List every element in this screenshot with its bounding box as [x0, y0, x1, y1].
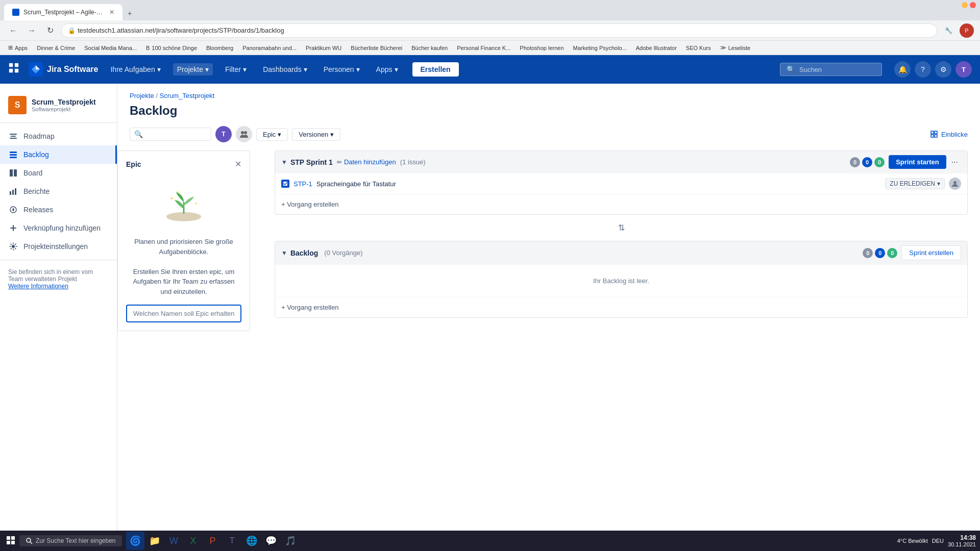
bookmark-panorama[interactable]: Panoramabahn und... [238, 44, 301, 52]
nav-search-box[interactable]: 🔍 Suchen [780, 63, 882, 76]
epic-close-button[interactable]: ✕ [235, 159, 241, 169]
create-button[interactable]: Erstellen [412, 62, 459, 77]
epic-filter-button[interactable]: Epic ▾ [256, 128, 288, 141]
grid-menu-button[interactable] [8, 62, 22, 77]
bookmark-buecherliste[interactable]: Bücherliste Bücherei [347, 44, 406, 52]
notifications-button[interactable]: 🔔 [894, 61, 911, 78]
sprint-edit-label[interactable]: Daten hinzufügen [344, 158, 396, 166]
sidebar-item-backlog[interactable]: Backlog [0, 145, 117, 164]
minimize-button[interactable] [962, 2, 968, 8]
issue-key[interactable]: STP-1 [293, 180, 312, 188]
bookmark-social[interactable]: Social Media Mana... [80, 44, 141, 52]
backlog-empty-state: Ihr Backlog ist leer. [275, 264, 967, 297]
nav-personen[interactable]: Personen ▾ [320, 63, 364, 76]
svg-rect-6 [11, 136, 16, 137]
nav-dashboards[interactable]: Dashboards ▾ [259, 63, 311, 76]
taskbar-search-box[interactable]: Zur Suche Text hier eingeben [19, 535, 122, 546]
bookmark-100[interactable]: B100 schöne Dinge [142, 44, 201, 52]
taskbar-app-7[interactable]: 💬 [262, 532, 280, 550]
tab-title: Scrum_Testprojekt – Agile-Boar... [23, 9, 105, 16]
nav-projekte[interactable]: Projekte ▾ [173, 63, 213, 76]
jira-nav: Jira Software Ihre Aufgaben ▾ Projekte ▾… [0, 55, 980, 84]
sprint-start-button[interactable]: Sprint starten [889, 155, 946, 169]
einblicke-button[interactable]: Einblicke [930, 130, 968, 138]
taskbar-app-word[interactable]: W [165, 532, 183, 550]
epic-name-input[interactable] [126, 305, 241, 322]
nav-filter[interactable]: Filter ▾ [221, 63, 251, 76]
nav-ihre-aufgaben[interactable]: Ihre Aufgaben ▾ [106, 63, 164, 76]
issue-assignee-avatar[interactable] [949, 178, 961, 190]
sidebar-item-berichte[interactable]: Berichte [0, 182, 117, 201]
profile-button[interactable]: P [960, 23, 974, 38]
svg-rect-12 [14, 169, 17, 177]
bookmark-praktikum[interactable]: Praktikum WU [302, 44, 346, 52]
sidebar-item-verknuepfung[interactable]: Verknüpfung hinzufügen [0, 219, 117, 237]
svg-text:✦: ✦ [170, 196, 174, 201]
sidebar-item-releases[interactable]: Releases [0, 201, 117, 219]
refresh-button[interactable]: ↻ [43, 23, 57, 38]
backlog-section-header[interactable]: ▼ Backlog (0 Vorgänge) 0 0 0 Sprint erst… [275, 241, 967, 264]
new-tab-button[interactable]: + [122, 6, 137, 20]
taskbar-app-teams[interactable]: T [223, 532, 241, 550]
sidebar-label-backlog: Backlog [23, 151, 49, 159]
bookmark-seo[interactable]: SEO Kurs [682, 44, 715, 52]
breadcrumb-project[interactable]: Scrum_Testprojekt [160, 92, 215, 99]
taskbar-app-8[interactable]: 🎵 [281, 532, 300, 550]
settings-button[interactable]: ⚙ [935, 61, 951, 78]
taskbar-search-label: Zur Suche Text hier eingeben [36, 537, 116, 544]
taskbar-start-button[interactable] [4, 534, 17, 548]
bookmark-buecher[interactable]: Bücher kaufen [407, 44, 452, 52]
backlog-search-input[interactable] [146, 131, 207, 138]
svg-rect-15 [15, 188, 16, 195]
help-button[interactable]: ? [915, 61, 931, 78]
tab-close-button[interactable]: ✕ [109, 9, 114, 16]
close-button[interactable] [970, 2, 976, 8]
team-avatar-filter[interactable] [236, 126, 252, 142]
taskbar-app-powerpoint[interactable]: P [204, 532, 222, 550]
bookmark-apps[interactable]: ⊞ Apps [4, 43, 32, 52]
sprint-badges: 0 0 0 [850, 157, 885, 167]
bookmark-bloomberg[interactable]: Bloomberg [202, 44, 237, 52]
sidebar-item-projekteinstellungen[interactable]: Projekteinstellungen [0, 237, 117, 256]
versionen-filter-button[interactable]: Versionen ▾ [292, 128, 340, 141]
bookmark-dinner[interactable]: Dinner & Crime [33, 44, 79, 52]
user-avatar-nav[interactable]: T [955, 61, 972, 78]
bookmark-photoshop[interactable]: Photoshop lernen [516, 44, 568, 52]
issue-status-badge[interactable]: ZU ERLEDIGEN ▾ [885, 178, 945, 189]
bookmark-finance[interactable]: Personal Finance K... [453, 44, 514, 52]
nav-apps[interactable]: Apps ▾ [372, 63, 402, 76]
forward-button[interactable]: → [24, 23, 39, 38]
browser-tabs: Scrum_Testprojekt – Agile-Boar... ✕ + [4, 0, 137, 20]
create-sprint-button[interactable]: Sprint erstellen [901, 245, 961, 260]
back-button[interactable]: ← [6, 23, 20, 38]
svg-rect-8 [10, 152, 17, 153]
sidebar-label-roadmap: Roadmap [23, 132, 55, 140]
taskbar-right: 4°C Bewölkt DEU 14:38 30.11.2021 [897, 534, 976, 547]
sprint-edit-icon[interactable]: ✏ [337, 159, 342, 166]
sprint-toggle-icon[interactable]: ▼ [281, 159, 287, 166]
bookmark-marketing[interactable]: Marketing Psycholo... [569, 44, 631, 52]
backlog-create-issue-button[interactable]: + Vorgang erstellen [281, 302, 338, 313]
taskbar-app-chrome[interactable]: 🌐 [242, 532, 261, 550]
taskbar-app-edge[interactable]: 🌀 [126, 532, 144, 550]
epic-panel: Epic ✕ ✦ ✦ [117, 151, 250, 331]
breadcrumb-projekte[interactable]: Projekte [130, 92, 154, 99]
sidebar-footer-link[interactable]: Weitere Informationen [8, 283, 68, 290]
taskbar-app-explorer[interactable]: 📁 [145, 532, 164, 550]
active-tab[interactable]: Scrum_Testprojekt – Agile-Boar... ✕ [4, 4, 122, 20]
sidebar-label-releases: Releases [23, 206, 53, 214]
backlog-toggle-icon[interactable]: ▼ [281, 249, 287, 257]
taskbar-app-excel[interactable]: X [184, 532, 203, 550]
sidebar-item-roadmap[interactable]: Roadmap [0, 127, 117, 145]
user-avatar-filter[interactable]: T [215, 126, 232, 142]
sprint-more-button[interactable]: ··· [948, 157, 961, 168]
sidebar-item-board[interactable]: Board [0, 164, 117, 182]
svg-rect-0 [9, 63, 13, 67]
address-bar[interactable]: 🔒 testdeutsch1.atlassian.net/jira/softwa… [61, 23, 937, 38]
sprint-create-issue-button[interactable]: + Vorgang erstellen [281, 198, 338, 210]
bookmark-leseliste[interactable]: ≫Leseliste [716, 43, 754, 52]
bookmark-illustrator[interactable]: Adobe Illustrator [632, 44, 681, 52]
backlog-search-box[interactable]: 🔍 [130, 128, 211, 141]
sprint-header[interactable]: ▼ STP Sprint 1 ✏ Daten hinzufügen (1 iss… [275, 151, 967, 173]
extensions-button[interactable]: 🔧 [941, 23, 955, 38]
